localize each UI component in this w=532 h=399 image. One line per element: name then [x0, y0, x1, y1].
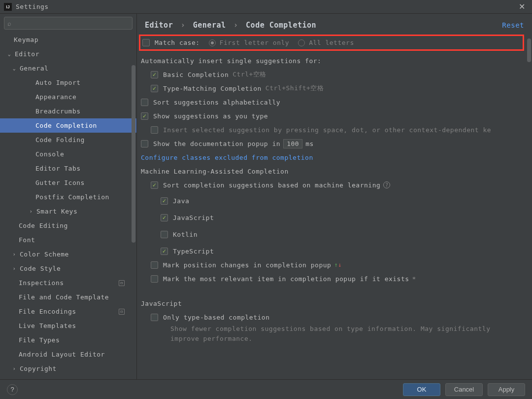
sidebar-item-font[interactable]: Font [0, 233, 136, 247]
type-matching-label: Type-Matching Completion [163, 85, 262, 92]
first-letter-label: First letter only [220, 39, 290, 46]
sidebar-item-auto-import[interactable]: Auto Import [0, 75, 136, 90]
sidebar-item-code-style[interactable]: ›Code Style [0, 261, 136, 276]
sidebar-item-label: Font [19, 236, 35, 244]
show-doc-popup-checkbox[interactable] [141, 140, 148, 147]
ml-lang-javascript-checkbox[interactable] [161, 214, 168, 221]
sidebar-item-code-editing[interactable]: Code Editing [0, 218, 136, 233]
doc-popup-delay-input[interactable]: 100 [283, 139, 302, 148]
sidebar-item-live-templates[interactable]: Live Templates [0, 319, 136, 333]
type-matching-shortcut: Ctrl+Shift+空格 [266, 84, 324, 93]
settings-tree: Keymap⌄Editor⌄GeneralAuto ImportAppearan… [0, 33, 136, 379]
sort-alpha-checkbox[interactable] [141, 99, 148, 106]
main-panel: Editor › General › Code Completion Reset… [137, 14, 532, 379]
titlebar: IJ Settings ✕ [0, 0, 532, 14]
chevron-right-icon: › [11, 252, 18, 257]
sidebar-item-label: Live Templates [19, 322, 76, 329]
sidebar-item-postfix-completion[interactable]: Postfix Completion [0, 190, 136, 204]
match-case-highlight: Match case: First letter only All letter… [139, 35, 524, 51]
sidebar-item-label: Editor [15, 50, 39, 58]
mark-relevant-checkbox[interactable] [151, 275, 158, 283]
help-button[interactable]: ? [7, 384, 18, 395]
sidebar-item-label: Android Layout Editor [19, 351, 105, 358]
all-letters-label: All letters [309, 39, 354, 46]
chevron-right-icon: › [233, 21, 238, 30]
basic-completion-checkbox[interactable] [151, 71, 158, 78]
sidebar-scrollbar[interactable] [132, 65, 135, 243]
mark-position-label: Mark position changes in completion popu… [163, 261, 331, 269]
sidebar-item-label: Code Editing [19, 222, 68, 229]
apply-button[interactable]: Apply [488, 383, 525, 396]
sidebar-item-console[interactable]: Console [0, 147, 136, 161]
chevron-right-icon: › [181, 21, 186, 30]
sidebar-item-label: Keymap [14, 36, 38, 43]
sidebar-item-label: File Encodings [19, 308, 76, 315]
breadcrumb: Editor › General › Code Completion [145, 21, 316, 30]
show-doc-popup-label-pre: Show the documentation popup in [153, 140, 280, 147]
sidebar-item-label: Inspections [19, 279, 64, 287]
insert-selected-checkbox[interactable] [151, 126, 158, 134]
sidebar-item-label: Copyright [20, 365, 57, 372]
reset-link[interactable]: Reset [502, 21, 524, 29]
sidebar-item-label: Code Style [20, 265, 61, 272]
ml-lang-java-checkbox[interactable] [161, 197, 168, 205]
sidebar-item-label: File Types [19, 336, 60, 344]
search-input[interactable] [13, 20, 129, 27]
sidebar-item-general[interactable]: ⌄General [0, 61, 136, 75]
sidebar-item-label: Appearance [35, 93, 76, 101]
scope-badge-icon: ▫ [119, 280, 125, 286]
sidebar-item-code-folding[interactable]: Code Folding [0, 133, 136, 147]
sidebar-item-label: File and Code Template [19, 293, 109, 301]
breadcrumb-part: General [193, 21, 226, 30]
sidebar-item-android-layout-editor[interactable]: Android Layout Editor [0, 347, 136, 362]
sidebar-item-appearance[interactable]: Appearance [0, 90, 136, 104]
sidebar-item-copyright[interactable]: ›Copyright [0, 362, 136, 376]
js-only-type-label: Only type-based completion [163, 314, 270, 321]
type-matching-checkbox[interactable] [151, 85, 158, 92]
sidebar-item-label: Color Scheme [20, 251, 69, 258]
sidebar-item-file-and-code-template[interactable]: File and Code Template [0, 290, 136, 304]
close-icon[interactable]: ✕ [516, 2, 528, 11]
first-letter-radio[interactable] [209, 39, 216, 46]
js-heading: JavaScript [139, 296, 524, 310]
ml-sort-checkbox[interactable] [151, 181, 158, 189]
breadcrumb-part: Code Completion [246, 21, 316, 30]
ok-button[interactable]: OK [403, 383, 440, 396]
all-letters-radio[interactable] [298, 39, 305, 46]
main-scrollbar[interactable] [527, 38, 531, 62]
sidebar-item-inspections[interactable]: Inspections▫ [0, 276, 136, 290]
match-case-checkbox[interactable] [142, 39, 150, 46]
mark-position-checkbox[interactable] [151, 261, 158, 269]
cancel-button[interactable]: Cancel [445, 383, 483, 396]
configure-excluded-link[interactable]: Configure classes excluded from completi… [141, 154, 313, 161]
help-icon[interactable]: ? [383, 181, 390, 188]
sidebar-item-label: Auto Import [35, 79, 81, 86]
sidebar-item-label: General [20, 65, 48, 72]
chevron-right-icon: › [28, 209, 34, 214]
ml-lang-kotlin-checkbox[interactable] [161, 231, 168, 238]
sidebar-item-gutter-icons[interactable]: Gutter Icons [0, 176, 136, 190]
ml-lang-typescript-checkbox[interactable] [161, 248, 168, 255]
sidebar-item-breadcrumbs[interactable]: Breadcrumbs [0, 104, 136, 118]
sidebar-item-editor[interactable]: ⌄Editor [0, 47, 136, 61]
scope-badge-icon: ▫ [119, 309, 125, 315]
sidebar-item-label: Code Completion [35, 122, 97, 129]
sidebar-item-file-encodings[interactable]: File Encodings▫ [0, 304, 136, 319]
sidebar-item-keymap[interactable]: Keymap [0, 33, 136, 47]
sidebar-item-file-types[interactable]: File Types [0, 333, 136, 347]
ml-sort-label: Sort completion suggestions based on mac… [163, 181, 380, 189]
chevron-down-icon: ⌄ [11, 66, 18, 71]
sidebar-item-color-scheme[interactable]: ›Color Scheme [0, 247, 136, 261]
sidebar-item-label: Console [35, 150, 64, 158]
ml-lang-label: Java [173, 197, 189, 205]
arrows-icon: ↑↓ [334, 261, 341, 268]
js-only-type-checkbox[interactable] [151, 314, 158, 321]
sidebar-item-editor-tabs[interactable]: Editor Tabs [0, 161, 136, 176]
sidebar-item-smart-keys[interactable]: ›Smart Keys [0, 204, 136, 218]
sidebar-item-code-completion[interactable]: Code Completion [0, 118, 136, 133]
ml-heading: Machine Learning-Assisted Completion [139, 164, 524, 178]
ml-lang-label: JavaScript [173, 214, 214, 221]
settings-search[interactable]: ⌕ [4, 17, 133, 30]
show-as-type-checkbox[interactable] [141, 112, 148, 120]
star-icon: * [412, 275, 416, 283]
